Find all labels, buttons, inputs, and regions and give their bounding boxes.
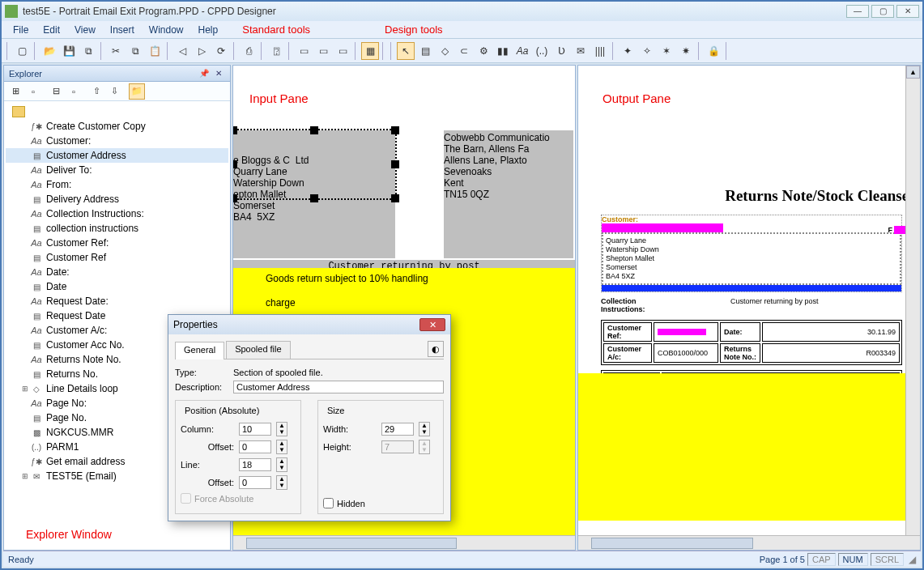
- pane2-icon[interactable]: ▭: [314, 42, 332, 60]
- parm-icon[interactable]: (..): [533, 42, 551, 60]
- resize-grip-icon[interactable]: ◢: [909, 554, 916, 565]
- input-hscroll[interactable]: [233, 535, 575, 550]
- tree-item[interactable]: ▤Delivery Address: [6, 192, 228, 206]
- menu-help[interactable]: Help: [192, 23, 225, 37]
- snap2-icon[interactable]: ✧: [638, 42, 656, 60]
- tree-item-label: Customer:: [46, 135, 91, 147]
- text-icon[interactable]: Aa: [513, 42, 531, 60]
- output-document[interactable]: Returns Note/Stock Cleanse Fo Customer: …: [578, 66, 905, 535]
- tree-item[interactable]: AaCollection Instructions:: [6, 206, 228, 221]
- up-icon[interactable]: ⇧: [88, 83, 104, 100]
- hidden-checkbox[interactable]: [323, 498, 334, 508]
- doc-yellow-area: [578, 373, 905, 521]
- line-offset-spinner[interactable]: ▲▼: [276, 475, 287, 490]
- save-icon[interactable]: 💾: [60, 42, 78, 60]
- folder-view-icon[interactable]: 📁: [129, 83, 145, 100]
- lock-icon[interactable]: 🔒: [705, 42, 722, 60]
- expand-all-icon[interactable]: ⊞: [7, 83, 23, 100]
- tree-root[interactable]: [6, 104, 228, 119]
- spool-area[interactable]: e Bloggs & C Ltd Quarry Lane Watership D…: [233, 130, 575, 273]
- snap1-icon[interactable]: ✦: [619, 42, 637, 60]
- cut-icon[interactable]: ✂: [107, 42, 125, 60]
- close-panel-icon[interactable]: ✕: [212, 69, 225, 78]
- tree-item[interactable]: ƒ✱Create Customer Copy: [6, 119, 228, 134]
- aa-icon: Aa: [30, 208, 43, 219]
- dialog-title-bar[interactable]: Properties ✕: [168, 315, 450, 334]
- barcode-icon[interactable]: ▮▮: [494, 42, 512, 60]
- help-icon[interactable]: ⍰: [267, 42, 285, 60]
- menu-window[interactable]: Window: [143, 23, 190, 37]
- tree-item[interactable]: AaFrom:: [6, 177, 228, 192]
- parm-icon: (..): [30, 441, 43, 453]
- section-icon[interactable]: ▤: [416, 42, 434, 60]
- tab-spooled-file[interactable]: Spooled file: [226, 341, 291, 359]
- close-button[interactable]: ✕: [896, 5, 919, 18]
- menu-insert[interactable]: Insert: [104, 23, 141, 37]
- column-input[interactable]: [239, 423, 271, 436]
- col-offset-input[interactable]: [239, 440, 271, 453]
- tree-item[interactable]: ▤Customer Address: [6, 148, 228, 163]
- print-icon[interactable]: ⎙: [240, 42, 258, 60]
- undo-icon[interactable]: ◁: [173, 42, 191, 60]
- down-icon[interactable]: ⇩: [106, 83, 122, 100]
- properties-dialog[interactable]: Properties ✕ General Spooled file ◐ Type…: [168, 314, 451, 521]
- menu-edit[interactable]: Edit: [36, 23, 66, 37]
- col-offset-spinner[interactable]: ▲▼: [276, 440, 287, 454]
- magenta-bar: [602, 223, 723, 232]
- pane1-icon[interactable]: ▭: [295, 42, 313, 60]
- maximize-button[interactable]: ▢: [871, 5, 894, 18]
- tree-item[interactable]: AaDeliver To:: [6, 163, 228, 177]
- tree-item[interactable]: AaCustomer:: [6, 134, 228, 148]
- selection-box[interactable]: [232, 129, 397, 200]
- line-offset-input[interactable]: [239, 476, 271, 489]
- aa-icon: Aa: [30, 354, 43, 365]
- dialog-close-button[interactable]: ✕: [419, 318, 445, 331]
- saveall-icon[interactable]: ⧉: [79, 42, 97, 60]
- highlight-icon[interactable]: ▦: [361, 42, 379, 60]
- tree-item[interactable]: AaDate:: [6, 265, 228, 279]
- force-absolute-checkbox[interactable]: [181, 493, 191, 504]
- bars-icon[interactable]: ||||: [591, 42, 609, 60]
- paste-icon[interactable]: 📋: [146, 42, 164, 60]
- snap4-icon[interactable]: ✷: [677, 42, 695, 60]
- tab-general[interactable]: General: [175, 342, 224, 359]
- line-spinner[interactable]: ▲▼: [276, 457, 287, 472]
- pin-icon[interactable]: 📌: [196, 69, 212, 78]
- copy-icon[interactable]: ⧉: [126, 42, 144, 60]
- tree-item-label: Date:: [46, 266, 70, 278]
- column-spinner[interactable]: ▲▼: [276, 422, 287, 436]
- menu-file[interactable]: File: [6, 23, 35, 37]
- open-icon[interactable]: 📂: [40, 42, 58, 60]
- width-spinner[interactable]: ▲▼: [419, 422, 430, 436]
- minimize-button[interactable]: —: [846, 5, 869, 18]
- width-input[interactable]: [381, 423, 414, 436]
- height-input[interactable]: [381, 440, 414, 453]
- dialog-help-icon[interactable]: ◐: [428, 341, 444, 357]
- refresh-icon[interactable]: ⟳: [212, 42, 230, 60]
- new-icon[interactable]: ▢: [13, 42, 31, 60]
- tree-item[interactable]: ▤collection instructions: [6, 221, 228, 236]
- coll-value: Customer returning by post: [730, 297, 819, 313]
- output-hscroll[interactable]: [578, 535, 920, 550]
- cond-icon[interactable]: ⊂: [455, 42, 473, 60]
- tree-item[interactable]: AaRequest Date:: [6, 294, 228, 308]
- var-icon[interactable]: Ʋ: [552, 42, 570, 60]
- expand-icon[interactable]: ▫: [25, 83, 41, 100]
- tree-item[interactable]: ▤Customer Ref: [6, 250, 228, 265]
- loop-icon[interactable]: ◇: [436, 42, 453, 60]
- collapse-icon[interactable]: ▫: [66, 83, 82, 100]
- pointer-icon[interactable]: ↖: [397, 42, 415, 60]
- description-input[interactable]: [233, 381, 444, 393]
- gear-icon[interactable]: ⚙: [475, 42, 492, 60]
- tree-item[interactable]: ▤Date: [6, 279, 228, 294]
- line-input[interactable]: [239, 458, 271, 471]
- menu-view[interactable]: View: [68, 23, 102, 37]
- blue-bar: [602, 285, 901, 291]
- mail-icon[interactable]: ✉: [572, 42, 590, 60]
- collapse-all-icon[interactable]: ⊟: [48, 83, 64, 100]
- snap3-icon[interactable]: ✶: [658, 42, 675, 60]
- redo-icon[interactable]: ▷: [193, 42, 211, 60]
- output-vscroll[interactable]: ▲: [905, 66, 920, 535]
- tree-item[interactable]: AaCustomer Ref:: [6, 236, 228, 250]
- pane3-icon[interactable]: ▭: [334, 42, 351, 60]
